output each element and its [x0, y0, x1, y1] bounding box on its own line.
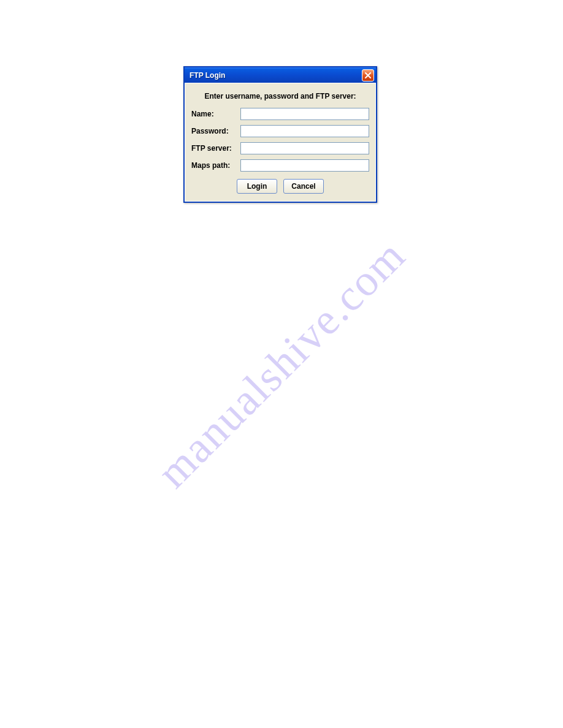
name-input[interactable] [240, 108, 369, 120]
password-input[interactable] [240, 125, 369, 137]
dialog-body: Enter username, password and FTP server:… [185, 83, 376, 202]
titlebar[interactable]: FTP Login [185, 67, 376, 83]
cancel-button[interactable]: Cancel [283, 179, 324, 194]
close-button[interactable] [362, 69, 374, 82]
button-row: Login Cancel [191, 179, 369, 194]
ftp-login-dialog: FTP Login Enter username, password and F… [183, 66, 377, 203]
mapspath-label: Maps path: [191, 161, 240, 170]
instruction-text: Enter username, password and FTP server: [191, 92, 369, 100]
login-button[interactable]: Login [237, 179, 277, 194]
watermark-text: manualshive.com [147, 230, 416, 498]
dialog-title: FTP Login [190, 71, 225, 80]
mapspath-row: Maps path: [191, 159, 369, 172]
ftpserver-input[interactable] [240, 142, 369, 154]
close-icon [364, 72, 372, 79]
mapspath-input[interactable] [240, 159, 369, 172]
password-row: Password: [191, 125, 369, 137]
name-label: Name: [191, 110, 240, 118]
password-label: Password: [191, 127, 240, 135]
name-row: Name: [191, 108, 369, 120]
ftpserver-row: FTP server: [191, 142, 369, 154]
ftpserver-label: FTP server: [191, 144, 240, 153]
